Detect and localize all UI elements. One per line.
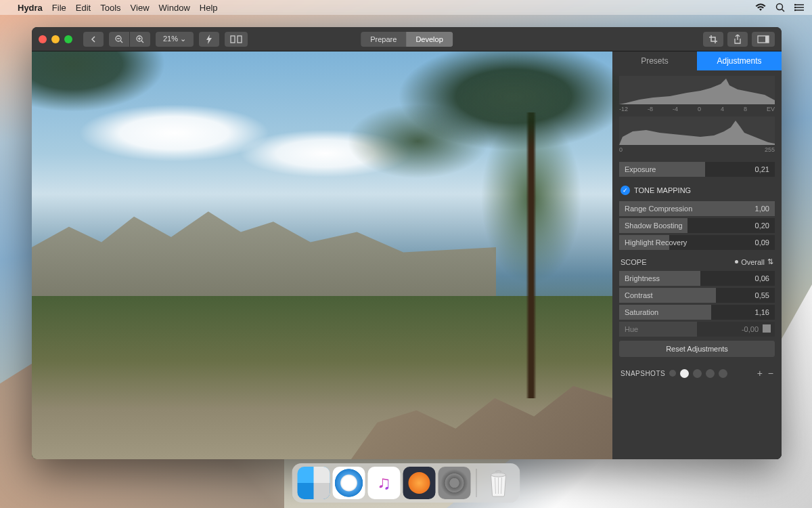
- toggle-panel-button[interactable]: [752, 32, 775, 47]
- app-window: 21% ⌄ Prepare Develop: [32, 27, 782, 459]
- contrast-slider[interactable]: Contrast 0,55: [619, 288, 775, 303]
- ev-tick: -4: [673, 106, 678, 112]
- zoom-out-button[interactable]: [109, 32, 129, 47]
- range-compression-slider[interactable]: Range Compression 1,00: [619, 201, 775, 216]
- luminance-histogram: [619, 117, 775, 145]
- brightness-slider[interactable]: Brightness 0,06: [619, 271, 775, 286]
- dock-safari-icon[interactable]: [333, 467, 365, 499]
- seg-prepare[interactable]: Prepare: [361, 32, 406, 47]
- zoom-level-dropdown[interactable]: 21% ⌄: [156, 32, 194, 47]
- ev-histogram: [619, 76, 775, 104]
- titlebar: 21% ⌄ Prepare Develop: [32, 27, 782, 51]
- minimize-button[interactable]: [51, 35, 60, 43]
- back-button[interactable]: [83, 32, 104, 47]
- svg-rect-18: [765, 36, 769, 43]
- snapshot-2[interactable]: [680, 369, 689, 378]
- snapshot-3[interactable]: [693, 369, 702, 378]
- wifi-icon[interactable]: [755, 3, 766, 12]
- image-canvas[interactable]: [32, 51, 612, 459]
- remove-snapshot-button[interactable]: −: [768, 368, 773, 379]
- share-button[interactable]: [727, 32, 748, 47]
- mode-segmented-control: Prepare Develop: [361, 32, 453, 47]
- hue-slider[interactable]: Hue -0,00: [619, 322, 775, 337]
- spotlight-icon[interactable]: [775, 3, 785, 12]
- snapshots-header: SNAPSHOTS: [621, 370, 665, 377]
- dock-separator: [476, 469, 477, 497]
- dock-hydra-icon[interactable]: [403, 467, 436, 499]
- shadow-boosting-slider[interactable]: Shadow Boosting 0,20: [619, 218, 775, 233]
- snapshot-4[interactable]: [706, 369, 715, 378]
- tone-mapping-header: TONE MAPPING: [634, 186, 691, 194]
- svg-rect-16: [238, 36, 242, 43]
- window-controls: [39, 35, 72, 43]
- ev-tick: 0: [698, 106, 701, 112]
- dock-system-preferences-icon[interactable]: [438, 467, 471, 499]
- menu-tools[interactable]: Tools: [100, 3, 120, 13]
- svg-point-0: [777, 4, 783, 10]
- add-snapshot-button[interactable]: +: [757, 368, 763, 379]
- ev-tick: 8: [744, 106, 747, 112]
- app-menu[interactable]: Hydra: [18, 3, 43, 13]
- svg-line-1: [782, 9, 785, 12]
- notification-center-icon[interactable]: [794, 3, 804, 12]
- reset-adjustments-button[interactable]: Reset Adjustments: [619, 341, 775, 357]
- svg-line-14: [141, 41, 143, 43]
- seg-develop[interactable]: Develop: [406, 32, 452, 47]
- fullscreen-button[interactable]: [64, 35, 72, 43]
- menubar: Hydra File Edit Tools View Window Help: [0, 0, 812, 15]
- ev-tick: -8: [648, 106, 653, 112]
- svg-point-19: [491, 473, 506, 477]
- chevron-updown-icon: ⇅: [767, 257, 773, 266]
- zoom-in-button[interactable]: [130, 32, 150, 47]
- photo-preview: [32, 51, 612, 459]
- menu-view[interactable]: View: [131, 3, 150, 13]
- crop-button[interactable]: [703, 32, 723, 47]
- svg-point-7: [794, 9, 796, 12]
- svg-line-10: [120, 41, 122, 43]
- menu-edit[interactable]: Edit: [76, 3, 91, 13]
- scope-dropdown[interactable]: Overall ⇅: [735, 257, 773, 266]
- dock-trash-icon[interactable]: [482, 467, 515, 499]
- menu-help[interactable]: Help: [200, 3, 218, 13]
- dock-finder-icon[interactable]: [298, 467, 330, 499]
- svg-point-6: [794, 7, 796, 9]
- exposure-slider[interactable]: Exposure 0,21: [619, 162, 775, 177]
- menu-file[interactable]: File: [52, 3, 66, 13]
- highlight-recovery-slider[interactable]: Highlight Recovery 0,09: [619, 235, 775, 250]
- close-button[interactable]: [39, 35, 47, 43]
- lum-tick: 255: [765, 146, 775, 153]
- hue-checkbox[interactable]: [763, 324, 771, 333]
- snapshot-5[interactable]: [719, 369, 727, 378]
- svg-point-5: [794, 4, 796, 6]
- snapshot-1[interactable]: [669, 370, 676, 377]
- dock: [292, 463, 520, 503]
- saturation-slider[interactable]: Saturation 1,16: [619, 305, 775, 320]
- menu-window[interactable]: Window: [159, 3, 190, 13]
- ev-tick: EV: [767, 106, 775, 112]
- svg-rect-15: [231, 36, 235, 43]
- flash-button[interactable]: [199, 32, 219, 47]
- tab-adjustments[interactable]: Adjustments: [697, 51, 782, 70]
- ev-tick: 4: [721, 106, 724, 112]
- compare-button[interactable]: [225, 32, 248, 47]
- dock-music-icon[interactable]: [368, 467, 401, 499]
